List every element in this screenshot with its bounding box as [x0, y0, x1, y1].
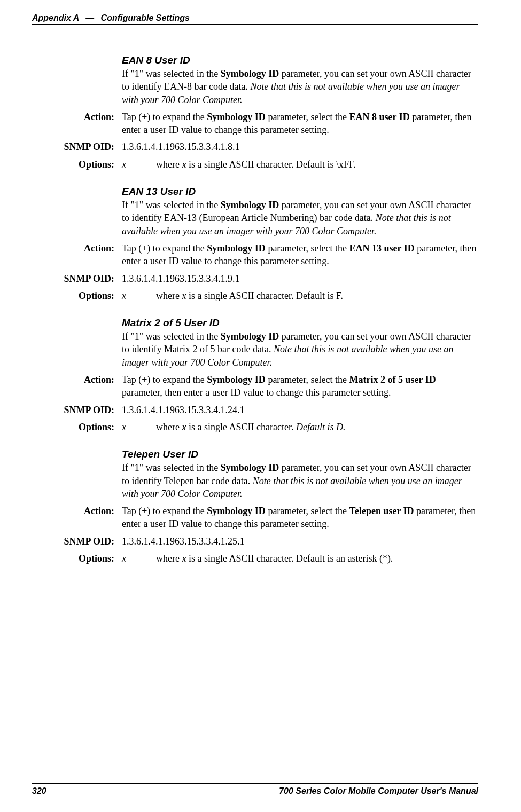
- options-label: Options:: [32, 289, 122, 302]
- section-heading: EAN 8 User ID: [122, 54, 478, 66]
- snmp-label: SNMP OID:: [32, 404, 122, 416]
- option-x: x: [122, 289, 156, 302]
- desc-pre: If "1" was selected in the: [122, 68, 221, 79]
- page: Appendix A — Configurable Settings EAN 8…: [0, 0, 521, 812]
- section-heading: EAN 13 User ID: [122, 186, 478, 198]
- action-bold2: Matrix 2 of 5 user ID: [349, 374, 436, 385]
- options-row: Options:xwhere x is a single ASCII chara…: [32, 552, 478, 565]
- action-bold2: Telepen user ID: [349, 506, 414, 516]
- action-pre: Tap (+) to expand the: [122, 506, 207, 516]
- action-value: Tap (+) to expand the Symbology ID param…: [122, 504, 478, 531]
- action-row: Action:Tap (+) to expand the Symbology I…: [32, 504, 478, 531]
- action-bold2: EAN 8 user ID: [349, 112, 410, 122]
- section-heading: Matrix 2 of 5 User ID: [122, 317, 478, 329]
- snmp-row: SNMP OID:1.3.6.1.4.1.1963.15.3.3.4.1.8.1: [32, 140, 478, 153]
- snmp-row: SNMP OID:1.3.6.1.4.1.1963.15.3.3.4.1.25.…: [32, 535, 478, 548]
- option-pre: where: [156, 159, 182, 170]
- action-pre: Tap (+) to expand the: [122, 374, 207, 385]
- snmp-label: SNMP OID:: [32, 535, 122, 548]
- option-desc: where x is a single ASCII character. Def…: [156, 158, 478, 171]
- snmp-value: 1.3.6.1.4.1.1963.15.3.3.4.1.9.1: [122, 272, 478, 285]
- action-row: Action:Tap (+) to expand the Symbology I…: [32, 242, 478, 268]
- option-x: x: [122, 552, 156, 565]
- desc-bold: Symbology ID: [221, 331, 279, 342]
- desc-bold: Symbology ID: [221, 200, 279, 210]
- options-label: Options:: [32, 421, 122, 433]
- page-header: Appendix A — Configurable Settings: [32, 13, 478, 25]
- action-bold1: Symbology ID: [207, 243, 266, 254]
- action-mid: parameter, select the: [266, 112, 349, 122]
- snmp-value: 1.3.6.1.4.1.1963.15.3.3.4.1.25.1: [122, 535, 478, 548]
- section-description: If "1" was selected in the Symbology ID …: [122, 461, 478, 500]
- options-label: Options:: [32, 552, 122, 565]
- desc-bold: Symbology ID: [221, 462, 279, 473]
- option-pre: where: [156, 422, 182, 432]
- action-pre: Tap (+) to expand the: [122, 243, 207, 254]
- section-description: If "1" was selected in the Symbology ID …: [122, 67, 478, 106]
- options-row: Options:xwhere x is a single ASCII chara…: [32, 289, 478, 302]
- option-desc: where x is a single ASCII character. Def…: [156, 552, 478, 565]
- section-description: If "1" was selected in the Symbology ID …: [122, 199, 478, 238]
- desc-bold: Symbology ID: [221, 68, 279, 79]
- desc-pre: If "1" was selected in the: [122, 200, 221, 210]
- section: Telepen User IDIf "1" was selected in th…: [32, 448, 478, 565]
- action-label: Action:: [32, 504, 122, 531]
- action-pre: Tap (+) to expand the: [122, 112, 207, 122]
- header-title: Configurable Settings: [101, 13, 190, 22]
- options-label: Options:: [32, 158, 122, 171]
- options-row: Options:xwhere x is a single ASCII chara…: [32, 158, 478, 171]
- section-description: If "1" was selected in the Symbology ID …: [122, 330, 478, 369]
- options-value: xwhere x is a single ASCII character. De…: [122, 289, 478, 302]
- action-bold2: EAN 13 user ID: [349, 243, 415, 254]
- section-heading: Telepen User ID: [122, 448, 478, 460]
- options-value: xwhere x is a single ASCII character. De…: [122, 158, 478, 171]
- snmp-label: SNMP OID:: [32, 272, 122, 285]
- option-pre: where: [156, 553, 182, 564]
- action-bold1: Symbology ID: [207, 112, 266, 122]
- snmp-row: SNMP OID:1.3.6.1.4.1.1963.15.3.3.4.1.24.…: [32, 404, 478, 416]
- desc-pre: If "1" was selected in the: [122, 331, 221, 342]
- action-bold1: Symbology ID: [207, 374, 266, 385]
- snmp-label: SNMP OID:: [32, 140, 122, 153]
- action-post: parameter, then enter a user ID value to…: [122, 387, 391, 398]
- action-value: Tap (+) to expand the Symbology ID param…: [122, 242, 478, 268]
- option-x: x: [122, 158, 156, 171]
- action-value: Tap (+) to expand the Symbology ID param…: [122, 373, 478, 399]
- page-footer: 320 700 Series Color Mobile Computer Use…: [32, 783, 478, 796]
- header-appendix: Appendix A: [32, 13, 79, 22]
- option-post: is a single ASCII character. Default is …: [186, 553, 393, 564]
- option-pre: where: [156, 290, 182, 301]
- section: EAN 8 User IDIf "1" was selected in the …: [32, 54, 478, 171]
- footer-title: 700 Series Color Mobile Computer User's …: [279, 786, 478, 796]
- option-desc: where x is a single ASCII character. Def…: [156, 289, 478, 302]
- desc-pre: If "1" was selected in the: [122, 462, 221, 473]
- action-mid: parameter, select the: [266, 243, 349, 254]
- action-label: Action:: [32, 111, 122, 137]
- action-label: Action:: [32, 242, 122, 268]
- options-value: xwhere x is a single ASCII character. De…: [122, 421, 478, 433]
- option-desc: where x is a single ASCII character. Def…: [156, 421, 478, 433]
- action-bold1: Symbology ID: [207, 506, 266, 516]
- action-value: Tap (+) to expand the Symbology ID param…: [122, 111, 478, 137]
- section: Matrix 2 of 5 User IDIf "1" was selected…: [32, 317, 478, 433]
- options-row: Options:xwhere x is a single ASCII chara…: [32, 421, 478, 433]
- action-row: Action:Tap (+) to expand the Symbology I…: [32, 373, 478, 399]
- option-post: is a single ASCII character.: [186, 422, 296, 432]
- option-post: is a single ASCII character. Default is …: [186, 159, 356, 170]
- options-value: xwhere x is a single ASCII character. De…: [122, 552, 478, 565]
- action-mid: parameter, select the: [266, 506, 349, 516]
- page-number: 320: [32, 786, 46, 796]
- option-trail-italic: Default is D.: [296, 422, 346, 432]
- header-dash: —: [85, 13, 94, 22]
- action-mid: parameter, select the: [266, 374, 349, 385]
- action-label: Action:: [32, 373, 122, 399]
- option-x: x: [122, 421, 156, 433]
- option-post: is a single ASCII character. Default is …: [186, 290, 343, 301]
- snmp-row: SNMP OID:1.3.6.1.4.1.1963.15.3.3.4.1.9.1: [32, 272, 478, 285]
- section: EAN 13 User IDIf "1" was selected in the…: [32, 186, 478, 302]
- action-row: Action:Tap (+) to expand the Symbology I…: [32, 111, 478, 137]
- snmp-value: 1.3.6.1.4.1.1963.15.3.3.4.1.24.1: [122, 404, 478, 416]
- snmp-value: 1.3.6.1.4.1.1963.15.3.3.4.1.8.1: [122, 140, 478, 153]
